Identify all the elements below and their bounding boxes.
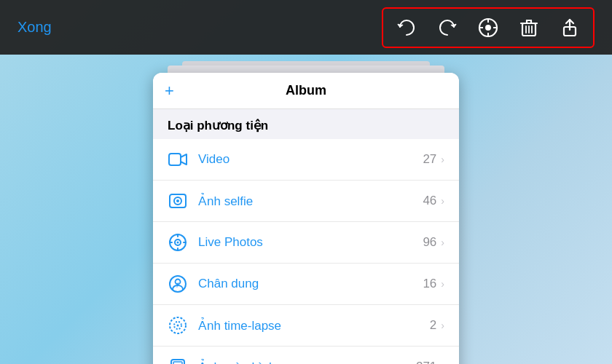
video-chevron: › bbox=[441, 154, 444, 165]
timelapse-label: Ảnh time-lapse bbox=[198, 318, 430, 333]
toolbar-icons-group bbox=[382, 7, 595, 48]
selfie-count: 46 bbox=[423, 194, 436, 208]
screenshot-icon bbox=[168, 357, 188, 364]
video-count: 27 bbox=[423, 152, 436, 167]
video-label: Video bbox=[198, 152, 423, 167]
add-album-button[interactable]: + bbox=[165, 82, 174, 100]
video-icon bbox=[168, 149, 188, 170]
delete-icon[interactable] bbox=[516, 15, 542, 41]
live-photos-chevron: › bbox=[441, 237, 444, 248]
screenshot-count: 271 bbox=[416, 360, 436, 364]
list-item[interactable]: Ảnh màn hình 271 › bbox=[153, 347, 459, 364]
screenshot-chevron: › bbox=[441, 361, 444, 364]
live-icon bbox=[168, 232, 188, 253]
live-photos-count: 96 bbox=[423, 235, 436, 250]
location-icon[interactable] bbox=[475, 15, 501, 41]
share-icon[interactable] bbox=[557, 15, 583, 41]
top-bar: Xong bbox=[0, 0, 612, 55]
timelapse-icon bbox=[168, 315, 188, 336]
list-item[interactable]: Live Photos 96 › bbox=[153, 222, 459, 264]
list-item[interactable]: Video 27 › bbox=[153, 139, 459, 181]
top-bar-left: Xong bbox=[17, 19, 52, 36]
svg-point-22 bbox=[177, 242, 179, 244]
svg-rect-16 bbox=[169, 154, 181, 165]
selfie-chevron: › bbox=[441, 195, 444, 207]
svg-text:ƒ: ƒ bbox=[176, 281, 179, 288]
xong-button[interactable]: Xong bbox=[17, 19, 52, 36]
selfie-label: Ảnh selfie bbox=[198, 194, 423, 209]
selfie-icon bbox=[168, 191, 188, 211]
screenshot-label: Ảnh màn hình bbox=[198, 360, 416, 365]
redo-icon[interactable] bbox=[434, 15, 460, 41]
portrait-icon: ƒ bbox=[168, 274, 188, 294]
list-item[interactable]: Ảnh selfie 46 › bbox=[153, 181, 459, 222]
undo-icon[interactable] bbox=[393, 15, 420, 41]
portrait-label: Chân dung bbox=[198, 277, 423, 291]
timelapse-chevron: › bbox=[441, 320, 444, 331]
album-title: Album bbox=[286, 83, 326, 98]
list-item[interactable]: Ảnh time-lapse 2 › bbox=[153, 305, 459, 347]
timelapse-count: 2 bbox=[430, 318, 436, 333]
album-header: + Album bbox=[153, 73, 459, 109]
portrait-count: 16 bbox=[423, 277, 436, 291]
svg-point-19 bbox=[176, 199, 179, 202]
content-panel: + Album Loại phương tiện Video 27 › Ảnh … bbox=[153, 73, 459, 364]
svg-point-32 bbox=[177, 325, 179, 327]
list-item[interactable]: ƒ Chân dung 16 › bbox=[153, 264, 459, 305]
svg-point-1 bbox=[486, 25, 490, 30]
portrait-chevron: › bbox=[441, 278, 444, 290]
live-photos-label: Live Photos bbox=[198, 235, 423, 250]
section-header: Loại phương tiện bbox=[153, 109, 459, 139]
